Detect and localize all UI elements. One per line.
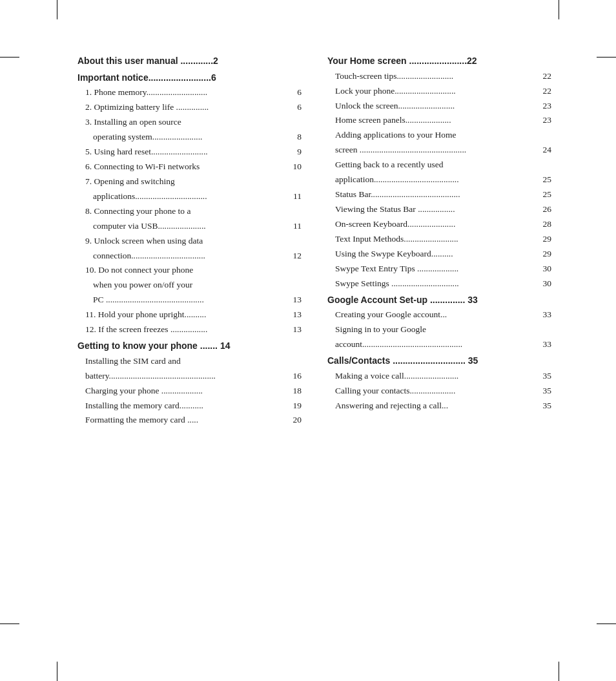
toc-entry: Swype Text Entry Tips ..................… bbox=[327, 262, 551, 276]
toc-section-heading: Important notice........................… bbox=[77, 71, 302, 85]
toc-entry: On-screen Keyboard......................… bbox=[327, 218, 551, 231]
toc-entry: 3. Installing an open source bbox=[77, 116, 302, 129]
toc-entry-label: battery.................................… bbox=[77, 370, 289, 383]
toc-entry: 11. Hold your phone upright..........13 bbox=[77, 308, 302, 322]
toc-entry: Swype Settings .........................… bbox=[327, 277, 551, 291]
toc-entry-label: Using the Swype Keyboard.......... bbox=[327, 247, 539, 261]
toc-section-heading: Your Home screen .......................… bbox=[327, 54, 551, 68]
toc-entry-label: Signing in to your Google bbox=[327, 323, 551, 337]
toc-entry: 5. Using hard reset.....................… bbox=[77, 145, 302, 159]
toc-entry-label: Home screen panels..................... bbox=[327, 114, 539, 127]
toc-entry: computer via USB......................11 bbox=[77, 220, 302, 233]
toc-entry-label: Calling your contacts...................… bbox=[327, 384, 539, 398]
toc-entry-label: 6. Connecting to Wi-Fi networks bbox=[77, 160, 289, 174]
toc-entry: Formatting the memory card .....20 bbox=[77, 414, 302, 427]
toc-entry-label: applications............................… bbox=[77, 190, 289, 204]
toc-entry-page: 24 bbox=[539, 143, 551, 157]
toc-entry: connection..............................… bbox=[77, 249, 302, 263]
toc-entry-page: 33 bbox=[539, 308, 551, 322]
toc-entry-page: 13 bbox=[289, 293, 302, 307]
toc-entry: account.................................… bbox=[327, 338, 551, 351]
toc-entry: 10. Do not connect your phone bbox=[77, 264, 302, 277]
toc-entry: Making a voice call.....................… bbox=[327, 370, 551, 383]
border-mark-bottom-left bbox=[57, 662, 57, 681]
toc-entry: 8. Connecting your phone to a bbox=[77, 205, 302, 218]
toc-entry-label: account.................................… bbox=[327, 338, 539, 351]
toc-entry-label: Formatting the memory card ..... bbox=[77, 414, 289, 427]
toc-entry-label: 5. Using hard reset.....................… bbox=[77, 145, 289, 159]
toc-entry-page: 18 bbox=[289, 384, 302, 398]
toc-entry-page: 10 bbox=[289, 160, 302, 174]
toc-entry-label: Making a voice call.....................… bbox=[327, 370, 539, 383]
toc-entry-page: 29 bbox=[539, 233, 551, 246]
toc-entry: Viewing the Status Bar .................… bbox=[327, 203, 551, 216]
toc-entry-page: 22 bbox=[539, 70, 551, 83]
toc-entry-page: 35 bbox=[539, 384, 551, 398]
toc-entry-label: computer via USB...................... bbox=[77, 220, 289, 233]
toc-left-column: About this user manual .............2Imp… bbox=[77, 52, 302, 428]
toc-entry-label: 3. Installing an open source bbox=[77, 116, 302, 129]
toc-entry-label: 2. Optimizing battery life .............… bbox=[77, 101, 289, 114]
page-content: About this user manual .............2Imp… bbox=[77, 52, 551, 428]
border-mark-top-left bbox=[57, 0, 57, 19]
toc-entry: Text Input Methods......................… bbox=[327, 233, 551, 246]
toc-entry-label: 9. Unlock screen when using data bbox=[77, 235, 302, 248]
toc-entry-page: 25 bbox=[539, 188, 551, 202]
border-mark-right-top bbox=[597, 57, 616, 58]
toc-entry-page: 25 bbox=[539, 173, 551, 187]
toc-entry-label: screen .................................… bbox=[327, 143, 539, 157]
toc-entry-label: On-screen Keyboard...................... bbox=[327, 218, 539, 231]
toc-entry: battery.................................… bbox=[77, 370, 302, 383]
toc-entry-label: Viewing the Status Bar ................. bbox=[327, 203, 539, 216]
toc-entry-page: 22 bbox=[539, 85, 551, 98]
toc-entry: Installing the SIM card and bbox=[77, 355, 302, 368]
toc-section-heading: Getting to know your phone ....... 14 bbox=[77, 339, 302, 353]
toc-entry-page: 12 bbox=[289, 249, 302, 263]
toc-entry-page: 35 bbox=[539, 370, 551, 383]
toc-entry-page: 16 bbox=[289, 370, 302, 383]
toc-entry-page: 11 bbox=[289, 190, 302, 204]
toc-entry-page: 23 bbox=[539, 114, 551, 127]
border-mark-bottom-right bbox=[559, 662, 559, 681]
toc-entry-page: 13 bbox=[289, 308, 302, 322]
toc-entry: Unlock the screen.......................… bbox=[327, 100, 551, 113]
toc-entry: Getting back to a recently used bbox=[327, 158, 551, 172]
toc-entry: Installing the memory card...........19 bbox=[77, 399, 302, 413]
toc-entry-label: Status Bar..............................… bbox=[327, 188, 539, 202]
toc-entry-page: 8 bbox=[289, 131, 302, 144]
toc-entry-page: 6 bbox=[289, 86, 302, 100]
toc-entry-label: Installing the SIM card and bbox=[77, 355, 302, 368]
toc-entry-label: Text Input Methods......................… bbox=[327, 233, 539, 246]
toc-entry-label: 12. If the screen freezes ..............… bbox=[77, 323, 289, 337]
toc-entry-label: Creating your Google account... bbox=[327, 308, 539, 322]
toc-entry: Adding applications to your Home bbox=[327, 129, 551, 142]
toc-entry: Touch-screen tips.......................… bbox=[327, 70, 551, 83]
toc-entry: PC .....................................… bbox=[77, 293, 302, 307]
toc-entry: Status Bar..............................… bbox=[327, 188, 551, 202]
toc-right-column: Your Home screen .......................… bbox=[327, 52, 551, 428]
toc-entry-page: 6 bbox=[289, 101, 302, 114]
border-mark-left-top bbox=[0, 57, 19, 58]
toc-entry: Lock your phone.........................… bbox=[327, 85, 551, 98]
toc-entry-label: 7. Opening and switching bbox=[77, 175, 302, 189]
toc-entry: Signing in to your Google bbox=[327, 323, 551, 337]
toc-entry: when you power on/off your bbox=[77, 278, 302, 292]
toc-entry-label: when you power on/off your bbox=[77, 278, 302, 292]
border-mark-left-bottom bbox=[0, 623, 19, 624]
toc-entry: screen .................................… bbox=[327, 143, 551, 157]
toc-entry: Creating your Google account...33 bbox=[327, 308, 551, 322]
toc-entry-label: connection..............................… bbox=[77, 249, 289, 263]
toc-entry-label: Getting back to a recently used bbox=[327, 158, 551, 172]
toc-section-heading: About this user manual .............2 bbox=[77, 54, 302, 68]
toc-entry: applications............................… bbox=[77, 190, 302, 204]
toc-entry: Home screen panels.....................2… bbox=[327, 114, 551, 127]
toc-entry-page: 19 bbox=[289, 399, 302, 413]
toc-entry: 7. Opening and switching bbox=[77, 175, 302, 189]
toc-entry: Charging your phone ...................1… bbox=[77, 384, 302, 398]
toc-entry-label: Unlock the screen.......................… bbox=[327, 100, 539, 113]
toc-entry-page: 13 bbox=[289, 323, 302, 337]
toc-entry-page: 11 bbox=[289, 220, 302, 233]
toc-entry: Calling your contacts...................… bbox=[327, 384, 551, 398]
toc-entry-label: operating system....................... bbox=[77, 131, 289, 144]
toc-entry-page: 26 bbox=[539, 203, 551, 216]
